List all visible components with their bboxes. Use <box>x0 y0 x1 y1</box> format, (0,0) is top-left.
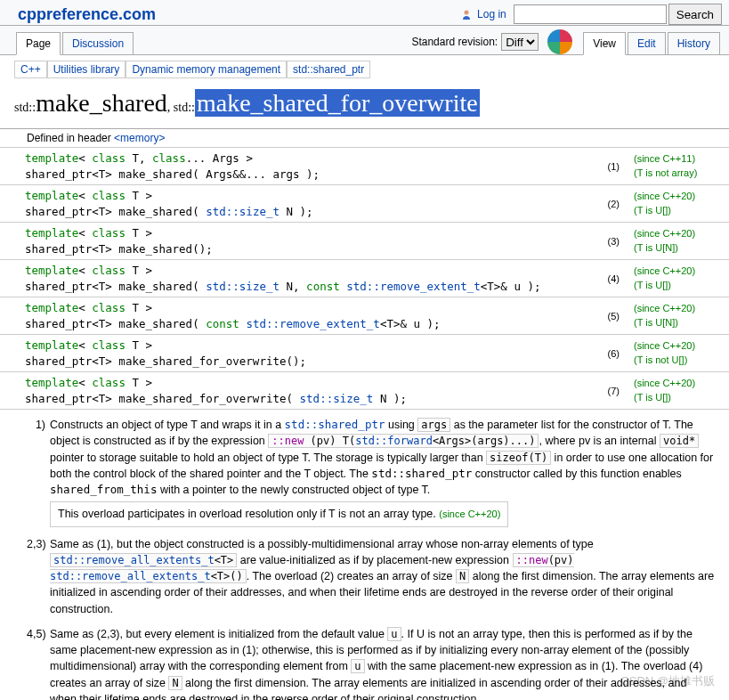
search-input[interactable] <box>514 4 667 24</box>
page-title: std::make_shared, std::make_shared_for_o… <box>0 84 729 129</box>
item-body-23: Same as (1), but the object constructed … <box>50 536 715 617</box>
declaration-row: template< class T >shared_ptr<T> make_sh… <box>0 372 729 410</box>
login-link[interactable]: Log in <box>477 8 506 20</box>
site-title[interactable]: cppreference.com <box>7 5 461 24</box>
crumb-cpp[interactable]: C++ <box>14 61 47 78</box>
header-memory-link[interactable]: <memory> <box>114 132 165 144</box>
declaration-row: template< class T >shared_ptr<T> make_sh… <box>0 223 729 260</box>
crumb-shared-ptr[interactable]: std::shared_ptr <box>287 61 370 78</box>
cpp-logo-icon <box>547 29 572 54</box>
declaration-row: template< class T >shared_ptr<T> make_sh… <box>0 297 729 335</box>
search-button[interactable]: Search <box>668 4 722 25</box>
item-body-1: Constructs an object of type T and wraps… <box>50 417 715 527</box>
rev-label: Standard revision: <box>411 36 498 48</box>
crumb-mem[interactable]: Dynamic memory management <box>126 61 287 78</box>
tab-edit[interactable]: Edit <box>628 32 666 54</box>
rev-select[interactable]: Diff <box>501 33 539 51</box>
defined-in-header: Defined in header <memory> <box>0 129 729 148</box>
item-num-1: 1) <box>27 417 50 527</box>
crumb-util[interactable]: Utilities library <box>47 61 126 78</box>
declarations-table: template< class T, class... Args >shared… <box>0 148 729 410</box>
tab-discussion[interactable]: Discussion <box>62 32 134 54</box>
declaration-row: template< class T >shared_ptr<T> make_sh… <box>0 185 729 223</box>
item-num-23: 2,3) <box>27 536 50 617</box>
item-body-45: Same as (2,3), but every element is init… <box>50 626 715 700</box>
watermark: CSDN @地摊书贩 <box>620 673 715 689</box>
tab-history[interactable]: History <box>668 32 720 54</box>
user-icon <box>461 9 472 20</box>
declaration-row: template< class T, class... Args >shared… <box>0 148 729 185</box>
breadcrumb: C++Utilities libraryDynamic memory manag… <box>0 55 729 84</box>
tab-page[interactable]: Page <box>16 32 61 55</box>
shared-ptr-link[interactable]: std::shared_ptr <box>285 418 385 431</box>
declaration-row: template< class T >shared_ptr<T> make_sh… <box>0 260 729 297</box>
declaration-row: template< class T >shared_ptr<T> make_sh… <box>0 335 729 372</box>
svg-point-0 <box>465 11 469 15</box>
tab-view[interactable]: View <box>583 32 626 55</box>
item-num-45: 4,5) <box>27 626 50 700</box>
